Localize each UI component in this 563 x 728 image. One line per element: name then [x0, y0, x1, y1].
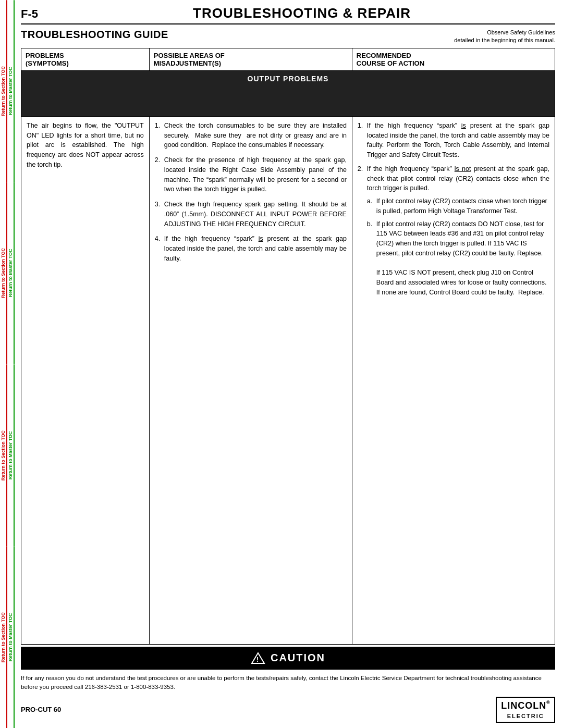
col-recommended-header: RECOMMENDED COURSE OF ACTION: [352, 48, 555, 70]
possible-cell: 1. Check the torch consumables to be sur…: [149, 116, 352, 644]
section-label-cell: OUTPUT PROBLEMS: [21, 70, 555, 116]
sidebar-tab-section-4[interactable]: Return to Section TOC: [0, 546, 7, 728]
page-container: Return to Section TOC Return to Section …: [0, 0, 563, 728]
left-sidebar: Return to Section TOC Return to Section …: [0, 0, 16, 728]
sidebar-tab-section-1[interactable]: Return to Section TOC: [0, 0, 7, 182]
recommended-cell: 1. If the high frequency “spark” is pres…: [352, 116, 555, 644]
page-title: TROUBLESHOOTING & REPAIR: [48, 5, 555, 21]
safety-note: Observe Safety Guidelines detailed in th…: [454, 29, 555, 45]
possible-list: 1. Check the torch consumables to be sur…: [155, 121, 347, 264]
sidebar-tab-master-3[interactable]: Return to Master TOC: [7, 364, 15, 546]
rec-list-item-2: 2. If the high frequency “spark” is not …: [358, 164, 549, 300]
caution-label: CAUTION: [271, 652, 325, 664]
sidebar-tab-section-2[interactable]: Return to Section TOC: [0, 182, 7, 364]
main-content-row: The air begins to flow, the "OUTPUT ON" …: [21, 116, 555, 644]
guide-title: TROUBLESHOOTING GUIDE: [21, 29, 168, 41]
sidebar-tab-master-2[interactable]: Return to Master TOC: [7, 182, 15, 364]
footer-section: If for any reason you do not understand …: [21, 674, 555, 723]
page-code: F-5: [21, 7, 38, 21]
rec-list-item-1: 1. If the high frequency “spark” is pres…: [358, 121, 549, 160]
svg-text:!: !: [256, 656, 260, 663]
page-header: F-5 TROUBLESHOOTING & REPAIR: [21, 5, 555, 24]
sidebar-tab-master-1[interactable]: Return to Master TOC: [7, 0, 15, 182]
troubleshooting-table: PROBLEMS (SYMPTOMS) POSSIBLE AREAS OF MI…: [21, 48, 555, 645]
col-problems-header: PROBLEMS (SYMPTOMS): [21, 48, 150, 70]
list-item: 3. Check the high frequency spark gap se…: [155, 200, 347, 229]
list-item: 4. If the high frequency “spark” is pres…: [155, 234, 347, 263]
section-header: TROUBLESHOOTING GUIDE Observe Safety Gui…: [21, 29, 555, 45]
sub-list: a. If pilot control relay (CR2) contacts…: [358, 196, 549, 300]
brand-name: LINCOLN: [501, 700, 546, 712]
caution-triangle-icon: !: [251, 652, 265, 664]
section-label-row: OUTPUT PROBLEMS: [21, 70, 555, 116]
main-content: F-5 TROUBLESHOOTING & REPAIR TROUBLESHOO…: [16, 0, 563, 728]
caution-bar: ! CAUTION: [21, 647, 555, 670]
list-item: 1. Check the torch consumables to be sur…: [155, 121, 347, 150]
list-item: 2. Check for the presence of high freque…: [155, 155, 347, 194]
problems-cell: The air begins to flow, the "OUTPUT ON" …: [21, 116, 150, 644]
footer-text: If for any reason you do not understand …: [21, 674, 555, 692]
brand-subtitle: ELECTRIC: [501, 712, 550, 720]
product-name: PRO-CUT 60: [21, 705, 61, 715]
brand-logo: LINCOLN ® ELECTRIC: [496, 697, 555, 723]
footer-bottom: PRO-CUT 60 LINCOLN ® ELECTRIC: [21, 697, 555, 723]
sidebar-tab-section-3[interactable]: Return to Section TOC: [0, 364, 7, 546]
col-possible-header: POSSIBLE AREAS OF MISADJUSTMENT(S): [149, 48, 352, 70]
brand-registered: ®: [546, 700, 550, 706]
sub-list-item-a: a. If pilot control relay (CR2) contacts…: [367, 196, 549, 216]
sub-list-item-b: b. If pilot control relay (CR2) contacts…: [367, 219, 549, 298]
problems-text: The air begins to flow, the "OUTPUT ON" …: [27, 121, 144, 170]
recommended-list: 1. If the high frequency “spark” is pres…: [358, 121, 549, 300]
sidebar-tab-master-4[interactable]: Return to Master TOC: [7, 546, 15, 728]
